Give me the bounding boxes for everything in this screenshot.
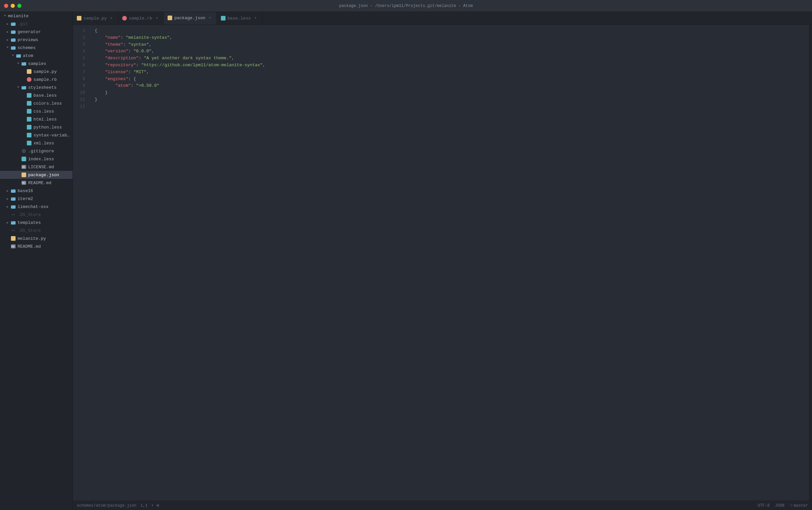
- sidebar-item-label: colors.less: [33, 101, 62, 106]
- sidebar-item-label: atom: [23, 53, 33, 58]
- svg-rect-1: [11, 23, 13, 24]
- tab-close-button[interactable]: ×: [154, 16, 159, 21]
- cursor-position[interactable]: 1,1 + ⊞: [140, 503, 159, 508]
- sidebar-item-git[interactable]: .git: [0, 20, 72, 28]
- tab-sample-rb[interactable]: sample.rb ×: [118, 12, 164, 25]
- md-file-icon: MD: [10, 244, 16, 249]
- sidebar-item-label: README.md: [28, 180, 51, 186]
- svg-rect-26: [11, 205, 13, 206]
- sidebar-item-iterm2[interactable]: iterm2: [0, 195, 72, 203]
- sidebar-item-label: templates: [18, 220, 41, 225]
- sidebar-item-label: base.less: [33, 93, 57, 98]
- status-bar: schemes/atom/package.json 1,1 + ⊞ UTF-8 …: [73, 501, 812, 510]
- tab-base-less[interactable]: base.less ×: [217, 12, 262, 25]
- code-line: }: [95, 96, 804, 103]
- maximize-button[interactable]: [17, 4, 22, 8]
- grammar[interactable]: JSON: [775, 503, 784, 508]
- folder-open-icon: [21, 85, 27, 90]
- tab-close-button[interactable]: ×: [109, 16, 114, 21]
- svg-text:MD: MD: [22, 166, 25, 169]
- less-tab-icon: [221, 16, 226, 21]
- sidebar-item-generator[interactable]: generator: [0, 28, 72, 36]
- svg-rect-24: [11, 197, 13, 198]
- folder-open-icon: [16, 53, 21, 58]
- folder-icon: [10, 220, 16, 225]
- sidebar-item-sample-py[interactable]: sample.py: [0, 67, 72, 76]
- python-file-icon: [10, 236, 16, 241]
- sidebar-item-colors-less[interactable]: colors.less: [0, 100, 72, 107]
- less-file-icon: [27, 140, 32, 146]
- sidebar-item-label: .DS_Store: [18, 228, 41, 233]
- chevron-right-icon: [5, 220, 10, 225]
- tab-label: package.json: [174, 16, 205, 21]
- sidebar-item-label: stylesheets: [28, 85, 57, 90]
- sidebar-item-limechat[interactable]: limechat-osx: [0, 203, 72, 210]
- code-editor[interactable]: { "name": "melanite-syntax", "theme": "s…: [89, 25, 809, 501]
- tab-close-button[interactable]: ×: [253, 16, 258, 21]
- sidebar-item-templates[interactable]: templates: [0, 219, 72, 227]
- sidebar-item-ds-store-2[interactable]: .DS_Store: [0, 227, 72, 234]
- sidebar-item-base-less[interactable]: base.less: [0, 91, 72, 100]
- sidebar-item-readme-atom[interactable]: MD README.md: [0, 179, 72, 187]
- sidebar-item-schemes[interactable]: schemes: [0, 44, 72, 52]
- sidebar-item-base16[interactable]: base16: [0, 187, 72, 195]
- tab-label: base.less: [228, 16, 251, 21]
- sidebar-item-readme-root[interactable]: MD README.md: [0, 243, 72, 250]
- root-folder-name: melanite: [8, 13, 28, 19]
- tab-package-json[interactable]: package.json ×: [164, 12, 217, 25]
- sidebar-item-python-less[interactable]: python.less: [0, 123, 72, 131]
- sidebar-item-sample-rb[interactable]: sample.rb: [0, 76, 72, 83]
- encoding[interactable]: UTF-8: [758, 503, 770, 508]
- sidebar-item-label: syntax-variab…: [33, 133, 69, 138]
- sidebar: melanite .git generator previews: [0, 12, 73, 510]
- sidebar-item-css-less[interactable]: css.less: [0, 107, 72, 115]
- sidebar-item-html-less[interactable]: html.less: [0, 115, 72, 123]
- sidebar-item-label: LICENSE.md: [28, 165, 54, 170]
- less-file-icon: [27, 101, 32, 106]
- sidebar-item-stylesheets[interactable]: stylesheets: [0, 83, 72, 91]
- sidebar-item-melanite[interactable]: melanite: [0, 12, 72, 20]
- minimize-button[interactable]: [10, 4, 15, 8]
- sidebar-item-index-less[interactable]: index.less: [0, 155, 72, 163]
- tab-close-button[interactable]: ×: [207, 15, 212, 21]
- sidebar-item-label: index.less: [28, 157, 54, 162]
- editor-area: sample.py × sample.rb × package.json × b…: [73, 12, 812, 510]
- sidebar-item-previews[interactable]: previews: [0, 36, 72, 44]
- code-line: }: [95, 89, 804, 96]
- sidebar-item-ds-store-1[interactable]: .DS_Store: [0, 210, 72, 219]
- sidebar-item-label: sample.rb: [33, 77, 57, 82]
- sidebar-item-label: package.json: [28, 173, 59, 177]
- tab-bar: sample.py × sample.rb × package.json × b…: [73, 12, 812, 25]
- sidebar-item-atom[interactable]: atom: [0, 52, 72, 60]
- sidebar-item-label: .gitignore: [28, 149, 54, 154]
- line-numbers: 1 2 3 4 5 6 7 8 9 10 11 12: [73, 25, 89, 501]
- sidebar-item-xml-less[interactable]: xml.less: [0, 139, 72, 147]
- sidebar-item-samples[interactable]: samples: [0, 60, 72, 67]
- sidebar-item-gitignore[interactable]: .gitignore: [0, 147, 72, 155]
- sidebar-item-label: .DS_Store: [18, 212, 41, 217]
- git-branch[interactable]: master: [790, 503, 808, 508]
- sidebar-item-label: generator: [18, 29, 41, 34]
- chevron-down-icon: [10, 53, 15, 58]
- sidebar-item-syntax-variables[interactable]: syntax-variab…: [0, 131, 72, 139]
- tab-label: sample.rb: [129, 16, 152, 21]
- folder-icon: [10, 188, 16, 193]
- status-right: UTF-8 JSON master: [758, 503, 808, 508]
- sidebar-item-label: limechat-osx: [18, 204, 49, 209]
- folder-icon: [10, 37, 16, 42]
- svg-rect-29: [11, 221, 13, 222]
- gear-icon: [21, 148, 27, 154]
- code-line: "engines": {: [95, 76, 804, 83]
- file-path[interactable]: schemes/atom/package.json: [77, 503, 137, 508]
- md-file-icon: MD: [21, 164, 27, 170]
- less-file-icon: [27, 133, 32, 138]
- sidebar-item-package-json[interactable]: package.json: [0, 171, 72, 179]
- python-file-icon: [27, 69, 32, 74]
- close-button[interactable]: [4, 4, 8, 8]
- sidebar-item-license-md[interactable]: MD LICENSE.md: [0, 163, 72, 171]
- less-file-icon: [27, 124, 32, 130]
- less-file-icon: [27, 93, 32, 98]
- sidebar-item-melanite-py[interactable]: melanite.py: [0, 234, 72, 243]
- tab-sample-py[interactable]: sample.py ×: [73, 12, 118, 25]
- sidebar-item-label: sample.py: [33, 69, 57, 74]
